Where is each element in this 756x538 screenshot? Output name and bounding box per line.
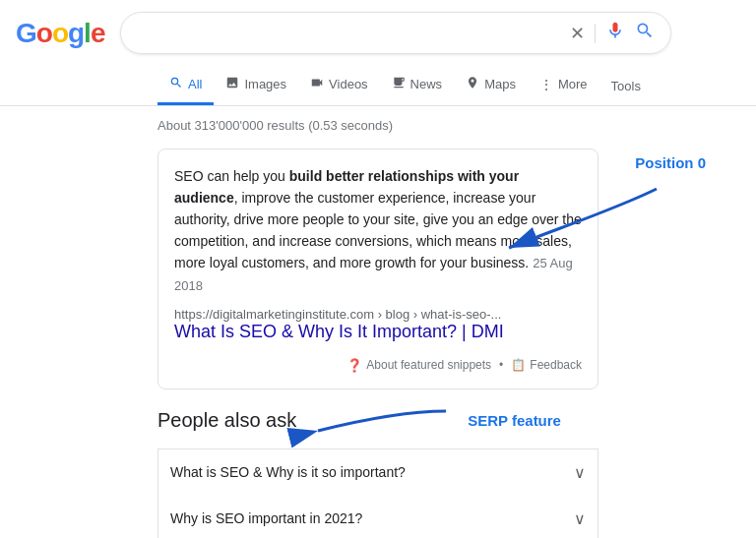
microphone-icon[interactable]: [605, 21, 625, 45]
tab-all[interactable]: All: [158, 66, 214, 105]
feedback-label: Feedback: [530, 358, 582, 372]
images-icon: [225, 76, 239, 92]
logo-letter-g: G: [16, 18, 36, 49]
paa-question-1[interactable]: What is SEO & Why is it so important? ∨: [158, 448, 598, 496]
chevron-down-icon-1: ∨: [574, 463, 586, 482]
question-circle-icon: ❓: [346, 358, 362, 373]
news-icon: [392, 76, 406, 92]
tab-more[interactable]: ⋮ More: [528, 67, 599, 105]
about-snippets[interactable]: ❓ About featured snippets: [346, 358, 491, 373]
position0-label: Position 0: [635, 154, 706, 171]
results-area: About 313'000'000 results (0.53 seconds)…: [0, 106, 756, 538]
tab-maps-label: Maps: [484, 77, 516, 91]
all-icon: [169, 76, 183, 92]
header: Google why is seo important ✕: [0, 0, 756, 66]
clear-icon[interactable]: ✕: [570, 23, 585, 44]
serp-feature-arrow: [308, 401, 456, 441]
paa-question-1-text: What is SEO & Why is it so important?: [170, 464, 406, 480]
paa-header: People also ask SERP feature: [158, 401, 598, 441]
tab-videos-label: Videos: [329, 77, 368, 91]
position0-arrow: [499, 179, 696, 258]
logo-letter-o1: o: [36, 18, 52, 49]
divider: [595, 24, 596, 43]
logo-letter-o2: o: [52, 18, 68, 49]
tab-news[interactable]: News: [380, 66, 455, 105]
search-submit-icon[interactable]: [635, 21, 655, 45]
results-count: About 313'000'000 results (0.53 seconds): [158, 114, 598, 141]
nav-tabs: All Images Videos News Maps ⋮ More Tools: [0, 66, 756, 106]
tab-videos[interactable]: Videos: [298, 66, 380, 105]
videos-icon: [310, 76, 324, 92]
snippet-footer: ❓ About featured snippets • 📋 Feedback: [174, 350, 582, 373]
tab-news-label: News: [410, 77, 443, 91]
paa-title: People also ask: [158, 409, 296, 432]
tab-maps[interactable]: Maps: [454, 66, 528, 105]
tab-more-label: More: [558, 77, 588, 91]
logo-letter-e: e: [91, 18, 105, 49]
search-input[interactable]: why is seo important: [137, 25, 562, 42]
feedback-icon: 📋: [511, 358, 526, 372]
people-also-ask-section: People also ask SERP feature What is SEO…: [158, 401, 598, 539]
snippet-url: https://digitalmarketinginstitute.com › …: [174, 307, 582, 322]
snippet-text-before: SEO can help you: [174, 168, 289, 184]
logo-letter-l: l: [84, 18, 91, 49]
search-bar: why is seo important ✕: [120, 12, 671, 54]
feedback-link[interactable]: 📋 Feedback: [511, 358, 582, 372]
tab-images[interactable]: Images: [214, 66, 298, 105]
google-logo: Google: [16, 18, 104, 49]
paa-question-2-text: Why is SEO important in 2021?: [170, 510, 362, 526]
serp-feature-label: SERP feature: [468, 412, 561, 429]
maps-icon: [466, 76, 479, 92]
footer-dot-separator: •: [499, 358, 503, 372]
about-snippets-label: About featured snippets: [366, 358, 491, 372]
more-icon: ⋮: [539, 77, 553, 92]
chevron-down-icon-2: ∨: [574, 509, 586, 528]
search-icons: ✕: [570, 21, 655, 45]
tab-all-label: All: [188, 77, 202, 91]
paa-question-2[interactable]: Why is SEO important in 2021? ∨: [158, 496, 598, 539]
snippet-link[interactable]: What Is SEO & Why Is It Important? | DMI: [174, 322, 504, 341]
logo-letter-g2: g: [68, 18, 84, 49]
tools-button[interactable]: Tools: [599, 69, 653, 103]
featured-snippet: SEO can help you build better relationsh…: [158, 149, 598, 389]
tab-images-label: Images: [244, 77, 286, 91]
